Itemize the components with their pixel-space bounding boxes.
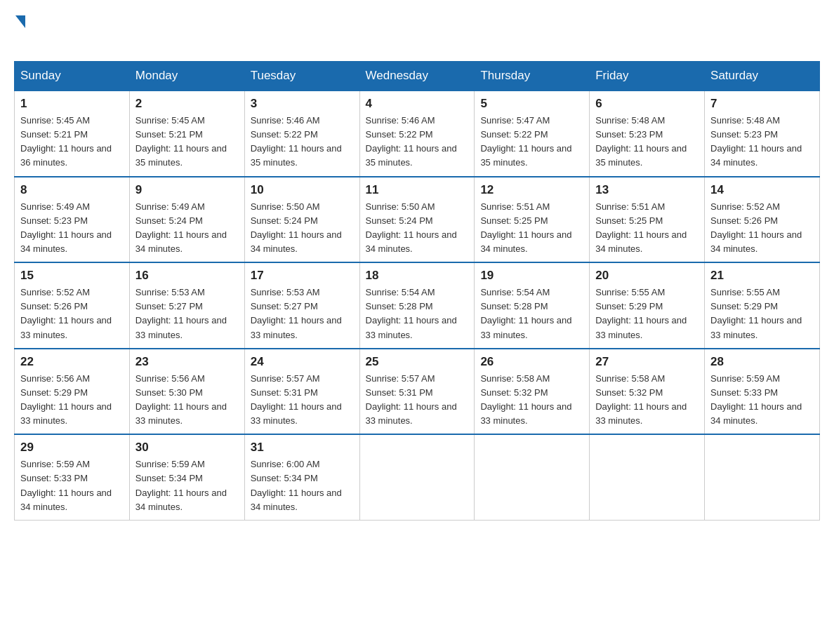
table-row: 21 Sunrise: 5:55 AMSunset: 5:29 PMDaylig… xyxy=(705,262,820,349)
day-info: Sunrise: 5:56 AMSunset: 5:30 PMDaylight:… xyxy=(135,372,239,429)
day-info: Sunrise: 5:56 AMSunset: 5:29 PMDaylight:… xyxy=(20,372,124,429)
table-row: 12 Sunrise: 5:51 AMSunset: 5:25 PMDaylig… xyxy=(475,177,590,263)
day-number: 10 xyxy=(251,183,354,197)
table-row: 25 Sunrise: 5:57 AMSunset: 5:31 PMDaylig… xyxy=(359,349,475,435)
logo-arrow-icon xyxy=(15,15,25,28)
day-number: 2 xyxy=(135,97,239,111)
day-number: 23 xyxy=(135,355,239,369)
logo xyxy=(14,14,25,50)
day-info: Sunrise: 5:53 AMSunset: 5:27 PMDaylight:… xyxy=(135,286,239,342)
day-number: 21 xyxy=(710,269,814,283)
day-info: Sunrise: 5:51 AMSunset: 5:25 PMDaylight:… xyxy=(480,200,583,257)
calendar-table: Sunday Monday Tuesday Wednesday Thursday… xyxy=(14,61,820,521)
col-thursday: Thursday xyxy=(475,62,590,91)
day-info: Sunrise: 5:50 AMSunset: 5:24 PMDaylight:… xyxy=(366,200,469,257)
table-row xyxy=(475,434,590,520)
col-monday: Monday xyxy=(129,62,244,91)
table-row: 7 Sunrise: 5:48 AMSunset: 5:23 PMDayligh… xyxy=(705,90,820,177)
day-number: 13 xyxy=(595,183,699,197)
day-info: Sunrise: 5:59 AMSunset: 5:33 PMDaylight:… xyxy=(710,372,814,429)
table-row: 23 Sunrise: 5:56 AMSunset: 5:30 PMDaylig… xyxy=(129,349,244,435)
day-number: 28 xyxy=(710,355,814,369)
day-info: Sunrise: 5:57 AMSunset: 5:31 PMDaylight:… xyxy=(251,372,354,429)
day-number: 24 xyxy=(251,355,354,369)
table-row: 24 Sunrise: 5:57 AMSunset: 5:31 PMDaylig… xyxy=(244,349,359,435)
day-number: 30 xyxy=(135,441,239,455)
table-row xyxy=(590,434,705,520)
table-row: 10 Sunrise: 5:50 AMSunset: 5:24 PMDaylig… xyxy=(244,177,359,263)
day-info: Sunrise: 5:47 AMSunset: 5:22 PMDaylight:… xyxy=(480,114,583,170)
day-info: Sunrise: 5:49 AMSunset: 5:23 PMDaylight:… xyxy=(20,200,124,257)
table-row xyxy=(705,434,820,520)
table-row: 31 Sunrise: 6:00 AMSunset: 5:34 PMDaylig… xyxy=(244,434,359,520)
day-number: 19 xyxy=(480,269,583,283)
table-row: 15 Sunrise: 5:52 AMSunset: 5:26 PMDaylig… xyxy=(15,262,130,349)
day-info: Sunrise: 5:53 AMSunset: 5:27 PMDaylight:… xyxy=(251,286,354,342)
calendar-week-row: 22 Sunrise: 5:56 AMSunset: 5:29 PMDaylig… xyxy=(15,349,820,435)
day-info: Sunrise: 5:46 AMSunset: 5:22 PMDaylight:… xyxy=(251,114,354,170)
day-number: 8 xyxy=(20,183,124,197)
table-row: 30 Sunrise: 5:59 AMSunset: 5:34 PMDaylig… xyxy=(129,434,244,520)
day-info: Sunrise: 5:54 AMSunset: 5:28 PMDaylight:… xyxy=(366,286,469,342)
day-info: Sunrise: 5:58 AMSunset: 5:32 PMDaylight:… xyxy=(480,372,583,429)
col-wednesday: Wednesday xyxy=(359,62,475,91)
day-number: 9 xyxy=(135,183,239,197)
table-row: 18 Sunrise: 5:54 AMSunset: 5:28 PMDaylig… xyxy=(359,262,475,349)
col-friday: Friday xyxy=(590,62,705,91)
table-row: 9 Sunrise: 5:49 AMSunset: 5:24 PMDayligh… xyxy=(129,177,244,263)
table-row: 8 Sunrise: 5:49 AMSunset: 5:23 PMDayligh… xyxy=(15,177,130,263)
table-row: 13 Sunrise: 5:51 AMSunset: 5:25 PMDaylig… xyxy=(590,177,705,263)
table-row: 1 Sunrise: 5:45 AMSunset: 5:21 PMDayligh… xyxy=(15,90,130,177)
table-row: 19 Sunrise: 5:54 AMSunset: 5:28 PMDaylig… xyxy=(475,262,590,349)
table-row: 26 Sunrise: 5:58 AMSunset: 5:32 PMDaylig… xyxy=(475,349,590,435)
table-row: 11 Sunrise: 5:50 AMSunset: 5:24 PMDaylig… xyxy=(359,177,475,263)
table-row: 28 Sunrise: 5:59 AMSunset: 5:33 PMDaylig… xyxy=(705,349,820,435)
table-row: 22 Sunrise: 5:56 AMSunset: 5:29 PMDaylig… xyxy=(15,349,130,435)
day-number: 12 xyxy=(480,183,583,197)
day-number: 25 xyxy=(366,355,469,369)
day-info: Sunrise: 5:51 AMSunset: 5:25 PMDaylight:… xyxy=(595,200,699,257)
table-row xyxy=(359,434,475,520)
day-info: Sunrise: 5:52 AMSunset: 5:26 PMDaylight:… xyxy=(20,286,124,342)
col-tuesday: Tuesday xyxy=(244,62,359,91)
day-info: Sunrise: 5:58 AMSunset: 5:32 PMDaylight:… xyxy=(595,372,699,429)
col-sunday: Sunday xyxy=(15,62,130,91)
day-number: 20 xyxy=(595,269,699,283)
day-number: 22 xyxy=(20,355,124,369)
table-row: 16 Sunrise: 5:53 AMSunset: 5:27 PMDaylig… xyxy=(129,262,244,349)
day-info: Sunrise: 5:55 AMSunset: 5:29 PMDaylight:… xyxy=(710,286,814,342)
calendar-header-row: Sunday Monday Tuesday Wednesday Thursday… xyxy=(15,62,820,91)
table-row: 29 Sunrise: 5:59 AMSunset: 5:33 PMDaylig… xyxy=(15,434,130,520)
day-info: Sunrise: 5:50 AMSunset: 5:24 PMDaylight:… xyxy=(251,200,354,257)
table-row: 6 Sunrise: 5:48 AMSunset: 5:23 PMDayligh… xyxy=(590,90,705,177)
day-number: 27 xyxy=(595,355,699,369)
day-info: Sunrise: 5:48 AMSunset: 5:23 PMDaylight:… xyxy=(710,114,814,170)
day-number: 16 xyxy=(135,269,239,283)
day-number: 31 xyxy=(251,441,354,455)
day-number: 3 xyxy=(251,97,354,111)
day-info: Sunrise: 5:45 AMSunset: 5:21 PMDaylight:… xyxy=(20,114,124,170)
day-info: Sunrise: 6:00 AMSunset: 5:34 PMDaylight:… xyxy=(251,457,354,514)
day-number: 29 xyxy=(20,441,124,455)
day-info: Sunrise: 5:57 AMSunset: 5:31 PMDaylight:… xyxy=(366,372,469,429)
day-number: 4 xyxy=(366,97,469,111)
day-info: Sunrise: 5:45 AMSunset: 5:21 PMDaylight:… xyxy=(135,114,239,170)
day-number: 6 xyxy=(595,97,699,111)
calendar-week-row: 29 Sunrise: 5:59 AMSunset: 5:33 PMDaylig… xyxy=(15,434,820,520)
day-number: 7 xyxy=(710,97,814,111)
table-row: 3 Sunrise: 5:46 AMSunset: 5:22 PMDayligh… xyxy=(244,90,359,177)
table-row: 17 Sunrise: 5:53 AMSunset: 5:27 PMDaylig… xyxy=(244,262,359,349)
page-header xyxy=(14,14,820,50)
day-number: 26 xyxy=(480,355,583,369)
calendar-week-row: 15 Sunrise: 5:52 AMSunset: 5:26 PMDaylig… xyxy=(15,262,820,349)
calendar-week-row: 8 Sunrise: 5:49 AMSunset: 5:23 PMDayligh… xyxy=(15,177,820,263)
table-row: 27 Sunrise: 5:58 AMSunset: 5:32 PMDaylig… xyxy=(590,349,705,435)
calendar-week-row: 1 Sunrise: 5:45 AMSunset: 5:21 PMDayligh… xyxy=(15,90,820,177)
table-row: 5 Sunrise: 5:47 AMSunset: 5:22 PMDayligh… xyxy=(475,90,590,177)
day-number: 11 xyxy=(366,183,469,197)
day-number: 17 xyxy=(251,269,354,283)
day-number: 1 xyxy=(20,97,124,111)
day-number: 18 xyxy=(366,269,469,283)
day-number: 15 xyxy=(20,269,124,283)
day-info: Sunrise: 5:46 AMSunset: 5:22 PMDaylight:… xyxy=(366,114,469,170)
